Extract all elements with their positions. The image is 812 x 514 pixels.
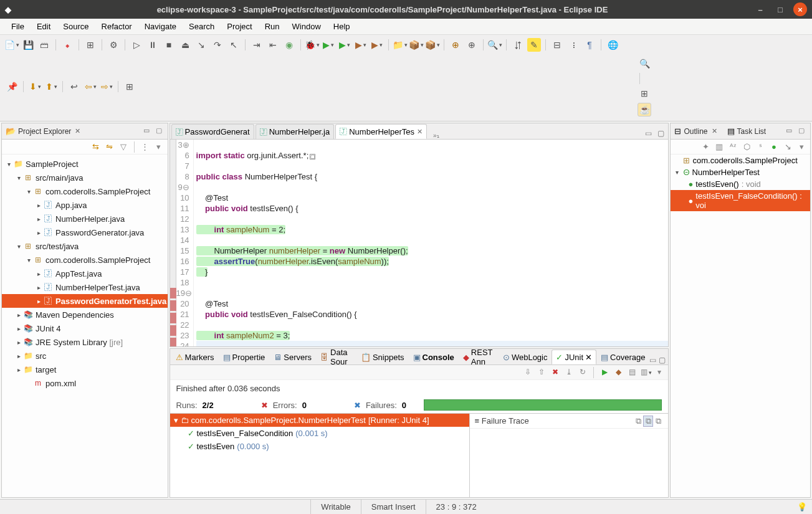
tab-datasource[interactable]: 🗄Data Sour bbox=[316, 350, 356, 364]
tree-junit[interactable]: ▸📚JUnit 4 bbox=[2, 321, 168, 335]
tree-project[interactable]: ▾📁SampleProject bbox=[2, 157, 168, 171]
terminate-icon[interactable]: ■ bbox=[162, 38, 176, 52]
open-perspective-button[interactable]: ⊞ bbox=[638, 87, 651, 100]
stop-icon[interactable]: ◆ bbox=[613, 368, 623, 378]
back-button[interactable]: ⇦ bbox=[84, 80, 97, 93]
suspend-icon[interactable]: ⏸ bbox=[146, 38, 160, 52]
bottom-minimize-icon[interactable]: ▭ bbox=[649, 356, 656, 364]
outline-min-icon[interactable]: ▭ bbox=[784, 126, 794, 136]
menu-window[interactable]: Window bbox=[286, 20, 327, 33]
git-button[interactable]: ⬥ bbox=[60, 38, 74, 52]
rerun-test-icon[interactable]: ↻ bbox=[578, 368, 588, 378]
save-all-button[interactable]: 🗃 bbox=[37, 38, 51, 52]
next-failure-icon[interactable]: ⇩ bbox=[523, 368, 533, 378]
tab-weblogic[interactable]: ⊙WebLogic bbox=[499, 350, 552, 364]
menu-project[interactable]: Project bbox=[221, 20, 258, 33]
highlight-button[interactable]: ✎ bbox=[527, 38, 541, 52]
new-package-button[interactable]: 📦 bbox=[426, 38, 439, 52]
menu-edit[interactable]: Edit bbox=[31, 20, 57, 33]
outline-package[interactable]: ⊞com.coderolls.SampleProject bbox=[671, 155, 810, 166]
history-icon[interactable]: ▤ bbox=[627, 368, 637, 378]
tree-src[interactable]: ▸📁src bbox=[2, 349, 168, 363]
new-server-button[interactable]: 📁 bbox=[393, 38, 407, 52]
editor-maximize-icon[interactable]: ▢ bbox=[656, 129, 666, 139]
tree-file-pg[interactable]: ▸🇯PasswordGenerator.java bbox=[2, 226, 168, 239]
tasklist-title[interactable]: Task List bbox=[737, 127, 767, 136]
scroll-lock-icon[interactable]: ⤓ bbox=[564, 368, 574, 378]
tab-console[interactable]: ▣Console bbox=[409, 350, 459, 364]
coverage-button[interactable]: ▶ bbox=[338, 38, 351, 52]
junit-menu-icon[interactable]: ▾ bbox=[654, 368, 664, 378]
web-browser-icon[interactable]: 🌐 bbox=[606, 38, 619, 52]
open-task-button[interactable]: ⊕ bbox=[465, 38, 479, 52]
filter-icon[interactable]: ▽ bbox=[118, 142, 128, 152]
paragraph-icon[interactable]: ¶ bbox=[583, 38, 596, 52]
outline-tree[interactable]: ⊞com.coderolls.SampleProject ▾ΘNumberHel… bbox=[671, 155, 810, 497]
toggle-block-icon[interactable]: ⊟ bbox=[550, 38, 564, 52]
more-tabs-indicator[interactable]: »₁ bbox=[428, 132, 444, 139]
tree-src-main[interactable]: ▾⊞src/main/java bbox=[2, 171, 168, 184]
resume-icon[interactable]: ▷ bbox=[130, 38, 143, 52]
outline-method-testiseven[interactable]: ●testIsEven(): void bbox=[671, 178, 810, 190]
toggle-button[interactable]: ⊞ bbox=[84, 38, 97, 52]
maximize-button[interactable]: □ bbox=[773, 2, 787, 16]
step-filter-icon[interactable]: ⇤ bbox=[266, 38, 280, 52]
debug-button[interactable]: 🐞 bbox=[305, 38, 319, 52]
collapse-all-icon[interactable]: ⇆ bbox=[91, 142, 101, 152]
tab-markers[interactable]: ⚠Markers bbox=[171, 350, 219, 364]
menu-file[interactable]: File bbox=[5, 20, 31, 33]
link-editor-icon[interactable]: ⇋ bbox=[105, 142, 115, 152]
search-button[interactable]: 🔍 bbox=[488, 38, 502, 52]
hide-fields-icon[interactable]: ⬡ bbox=[742, 142, 752, 152]
junit-test-row[interactable]: ✓ testIsEven (0.000 s) bbox=[170, 440, 469, 453]
new-button[interactable]: 📄 bbox=[5, 38, 19, 52]
external-button[interactable]: ▶ bbox=[370, 38, 384, 52]
disconnect-icon[interactable]: ⏏ bbox=[178, 38, 192, 52]
tree-file-apptest[interactable]: ▸🇯AppTest.java bbox=[2, 267, 168, 280]
task-button[interactable]: ◉ bbox=[282, 38, 296, 52]
maximize-view-icon[interactable]: ▢ bbox=[154, 126, 164, 136]
menu-run[interactable]: Run bbox=[259, 20, 286, 33]
tab-properties[interactable]: ▤Propertie bbox=[219, 350, 270, 364]
tree-target[interactable]: ▸📁target bbox=[2, 363, 168, 376]
tree-src-test[interactable]: ▾⊞src/test/java bbox=[2, 239, 168, 253]
editor-minimize-icon[interactable]: ▭ bbox=[643, 129, 653, 139]
last-edit-button[interactable]: ↩ bbox=[67, 80, 81, 93]
run-last-button[interactable]: ▶ bbox=[354, 38, 368, 52]
view-close-icon[interactable]: ✕ bbox=[712, 127, 717, 135]
outline-max-icon[interactable]: ▢ bbox=[796, 126, 806, 136]
run-button[interactable]: ▶ bbox=[322, 38, 335, 52]
focus-icon[interactable]: ⋮ bbox=[140, 142, 150, 152]
project-tree[interactable]: ▾📁SampleProject ▾⊞src/main/java ▾⊞com.co… bbox=[2, 155, 168, 497]
copy-trace-icon[interactable]: ⧉ bbox=[653, 416, 663, 426]
perspective-button[interactable]: ⊞ bbox=[123, 80, 136, 93]
drop-frame-icon[interactable]: ⇥ bbox=[250, 38, 264, 52]
prev-ann-button[interactable]: ⮃ bbox=[511, 38, 525, 52]
hide-static-icon[interactable]: ˢ bbox=[755, 142, 765, 152]
show-failures-icon[interactable]: ✖ bbox=[550, 368, 560, 378]
minimize-view-icon[interactable]: ▭ bbox=[141, 126, 151, 136]
layout-icon[interactable]: ▥ bbox=[641, 368, 651, 378]
menu-search[interactable]: Search bbox=[183, 20, 221, 33]
tree-pkg-main[interactable]: ▾⊞com.coderolls.SampleProject bbox=[2, 184, 168, 198]
tab-junit[interactable]: ✓JUnit✕ bbox=[552, 350, 596, 364]
outline-menu-icon[interactable]: ▾ bbox=[796, 142, 806, 152]
tree-pom[interactable]: mpom.xml bbox=[2, 376, 168, 390]
tree-file-app[interactable]: ▸🇯App.java bbox=[2, 198, 168, 212]
outline-class[interactable]: ▾ΘNumberHelperTest bbox=[671, 166, 810, 178]
annotation-prev-button[interactable]: ⬆ bbox=[44, 80, 58, 93]
bottom-maximize-icon[interactable]: ▢ bbox=[659, 356, 666, 364]
tab-number-helper-test[interactable]: 🇯NumberHelperTes✕ bbox=[335, 124, 427, 139]
annotation-next-button[interactable]: ⬇ bbox=[28, 80, 42, 93]
code-editor[interactable]: 3⊕ 6 7 8 9⊖ 10 11 12 13 14 15 16 17 18 1… bbox=[170, 140, 669, 346]
tip-icon[interactable]: 💡 bbox=[797, 502, 807, 512]
tab-coverage[interactable]: ▤Coverage bbox=[596, 350, 649, 364]
junit-suite-row[interactable]: ▾🗀 com.coderolls.SampleProject.NumberHel… bbox=[170, 414, 469, 427]
menu-refactor[interactable]: Refactor bbox=[95, 20, 138, 33]
filter-trace-icon[interactable]: ⧉ bbox=[643, 416, 653, 427]
step-over-icon[interactable]: ↷ bbox=[211, 38, 224, 52]
menu-navigate[interactable]: Navigate bbox=[138, 20, 183, 33]
focus-icon[interactable]: ✦ bbox=[700, 142, 710, 152]
prev-failure-icon[interactable]: ⇧ bbox=[537, 368, 547, 378]
junit-test-row[interactable]: ✓ testIsEven_FalseCondition (0.001 s) bbox=[170, 427, 469, 440]
